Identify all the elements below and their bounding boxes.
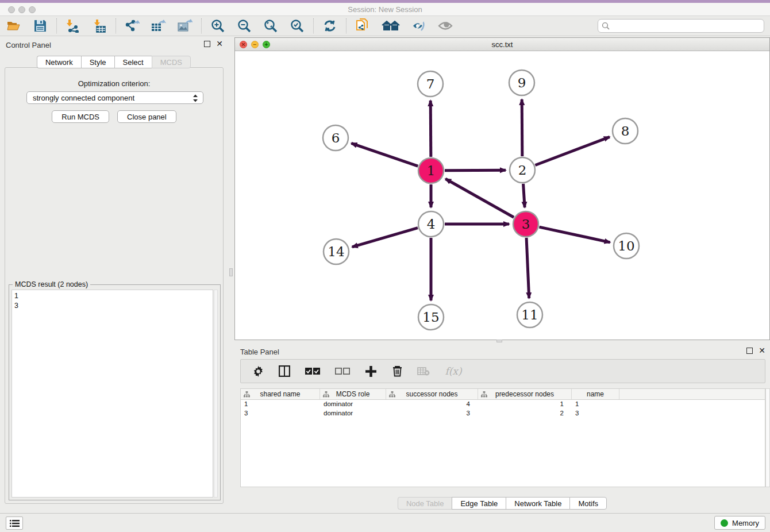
tab-node-table[interactable]: Node Table — [398, 497, 452, 510]
import-network-icon[interactable] — [65, 18, 81, 33]
show-hide-icon[interactable] — [437, 18, 453, 33]
home-icon[interactable] — [381, 18, 401, 33]
optimization-criterion-select[interactable]: strongly connected component — [26, 91, 203, 104]
delete-table-icon[interactable] — [417, 364, 430, 378]
tab-mcds[interactable]: MCDS — [152, 56, 191, 68]
table-row[interactable]: 3 dominator 3 2 3 — [241, 409, 765, 418]
table-row[interactable]: 1 dominator 4 1 1 — [241, 400, 765, 409]
column-header-shared-name[interactable]: shared name — [241, 389, 320, 399]
export-image-icon[interactable] — [177, 18, 193, 33]
column-header-successor-nodes[interactable]: successor nodes — [386, 389, 478, 399]
graph-node-label-2: 2 — [518, 163, 527, 178]
memory-button[interactable]: Memory — [714, 516, 765, 530]
cell-successor-nodes[interactable]: 3 — [386, 409, 478, 418]
node-table[interactable]: shared name MCDS role successor nodes pr… — [240, 388, 765, 487]
cell-name[interactable]: 3 — [572, 409, 619, 418]
column-header-mcds-role[interactable]: MCDS role — [320, 389, 386, 399]
float-panel-icon[interactable] — [204, 41, 210, 47]
graph-node-label-9: 9 — [518, 75, 526, 90]
duplicate-network-icon[interactable] — [355, 18, 371, 33]
cell-successor-nodes[interactable]: 4 — [386, 400, 478, 409]
graph[interactable]: 1234678910111415 — [235, 51, 769, 340]
vertical-splitter[interactable] — [228, 36, 234, 513]
graph-edge-4-14[interactable] — [352, 228, 418, 247]
table-toolbar: f(x) — [240, 359, 765, 383]
deselect-all-checkboxes-icon[interactable] — [334, 364, 351, 378]
birds-eye-view-icon[interactable] — [411, 18, 427, 33]
graph-edge-1-7[interactable] — [430, 101, 431, 157]
status-bar: Memory — [0, 513, 770, 532]
tab-select[interactable]: Select — [114, 56, 152, 68]
network-window-titlebar[interactable]: ✕ − + scc.txt — [235, 38, 769, 51]
export-network-icon[interactable] — [124, 18, 140, 33]
close-panel-button[interactable]: Close panel — [117, 110, 176, 123]
open-session-icon[interactable] — [6, 18, 22, 33]
search-input[interactable] — [598, 19, 764, 33]
import-table-icon[interactable] — [91, 18, 107, 33]
graph-edge-2-3[interactable] — [523, 184, 525, 207]
select-all-checkboxes-icon[interactable] — [304, 364, 321, 378]
graph-node-label-14: 14 — [328, 244, 344, 259]
graph-edge-3-1[interactable] — [445, 179, 514, 217]
criterion-selected-value: strongly connected component — [33, 94, 134, 102]
graph-edge-2-8[interactable] — [535, 137, 609, 165]
tab-motifs[interactable]: Motifs — [569, 497, 607, 510]
tab-network-table[interactable]: Network Table — [506, 497, 569, 510]
graph-node-label-3: 3 — [522, 217, 530, 232]
network-window-title: scc.txt — [235, 40, 769, 49]
run-mcds-button[interactable]: Run MCDS — [52, 110, 109, 123]
tab-style[interactable]: Style — [81, 56, 114, 68]
column-label: successor nodes — [406, 390, 457, 398]
column-header-name[interactable]: name — [572, 389, 619, 399]
refresh-icon[interactable] — [322, 18, 338, 33]
function-builder-icon[interactable]: f(x) — [443, 364, 464, 378]
cell-shared-name[interactable]: 3 — [241, 409, 320, 418]
table-tabs: Node Table Edge Table Network Table Moti… — [234, 497, 770, 510]
delete-columns-icon[interactable] — [390, 364, 404, 378]
zoom-selected-icon[interactable] — [289, 18, 305, 33]
graph-edge-1-6[interactable] — [351, 143, 418, 166]
table-close-icon[interactable]: ✕ — [759, 348, 765, 354]
titlebar: Session: New Session — [0, 3, 770, 16]
optimization-criterion-label: Optimization criterion: — [5, 79, 223, 88]
cell-predecessor-nodes[interactable]: 2 — [478, 409, 572, 418]
save-session-icon[interactable] — [32, 18, 48, 33]
horizontal-splitter-handle[interactable] — [496, 340, 502, 342]
close-panel-icon[interactable]: ✕ — [216, 41, 223, 47]
mcds-result-group: MCDS result (2 nodes) 1 3 — [9, 284, 221, 500]
graph-edge-1-2[interactable] — [445, 170, 506, 171]
table-scrollbar[interactable] — [765, 388, 770, 487]
cell-name[interactable]: 1 — [572, 400, 619, 409]
mcds-result-title: MCDS result (2 nodes) — [13, 280, 90, 288]
graph-edge-2-9[interactable] — [522, 99, 522, 156]
cell-mcds-role[interactable]: dominator — [320, 409, 386, 418]
task-history-button[interactable] — [6, 516, 23, 530]
graph-edge-3-11[interactable] — [526, 238, 529, 298]
tab-edge-table[interactable]: Edge Table — [452, 497, 506, 510]
table-float-icon[interactable] — [746, 348, 753, 354]
settings-gear-icon[interactable] — [251, 364, 265, 378]
add-column-icon[interactable] — [364, 364, 378, 378]
main-toolbar — [0, 16, 770, 36]
graph-node-label-1: 1 — [427, 163, 436, 178]
table-panel-title: Table Panel — [240, 348, 279, 356]
zoom-in-icon[interactable] — [210, 18, 226, 33]
toggle-panes-icon[interactable] — [278, 364, 291, 378]
cell-shared-name[interactable]: 1 — [241, 400, 320, 409]
tree-icon — [481, 391, 487, 398]
cell-predecessor-nodes[interactable]: 1 — [478, 400, 572, 409]
graph-edge-3-10[interactable] — [539, 227, 610, 242]
tab-network[interactable]: Network — [37, 56, 81, 68]
cell-mcds-role[interactable]: dominator — [320, 400, 386, 409]
mcds-result-list[interactable]: 1 3 — [11, 290, 213, 498]
column-header-predecessor-nodes[interactable]: predecessor nodes — [478, 389, 572, 399]
graph-node-label-4: 4 — [427, 217, 436, 232]
network-canvas[interactable]: 1234678910111415 — [235, 51, 769, 340]
export-table-icon[interactable] — [151, 18, 167, 33]
graph-node-label-6: 6 — [332, 130, 340, 145]
zoom-out-icon[interactable] — [236, 18, 252, 33]
zoom-fit-icon[interactable] — [263, 18, 279, 33]
control-panel-title: Control Panel — [6, 41, 51, 49]
result-scrollbar[interactable] — [214, 290, 218, 498]
column-label: MCDS role — [336, 390, 370, 398]
